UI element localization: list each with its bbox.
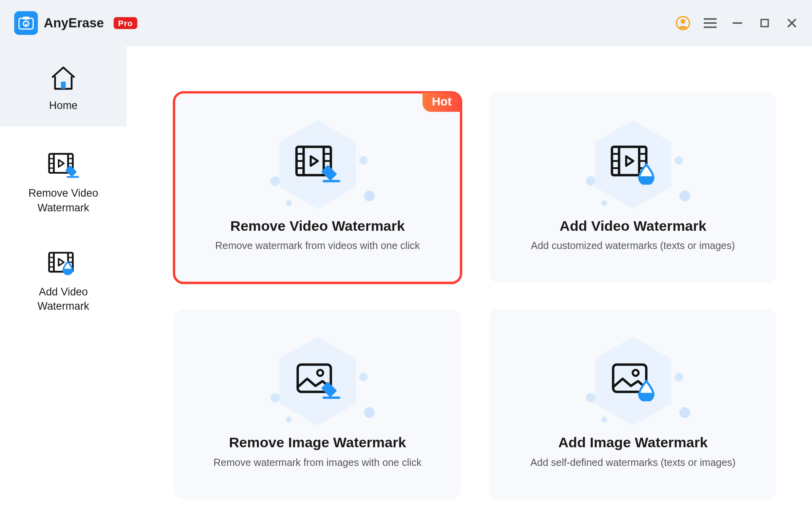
main-content: Hot	[126, 46, 812, 523]
card-title: Remove Image Watermark	[229, 435, 406, 451]
card-icon	[580, 123, 686, 206]
card-title: Add Image Watermark	[558, 435, 708, 451]
svg-point-4	[681, 19, 686, 24]
video-erase-icon	[294, 144, 341, 185]
app-logo-icon	[14, 11, 38, 35]
card-icon	[264, 123, 371, 206]
titlebar: AnyErase Pro	[0, 0, 812, 46]
maximize-icon[interactable]	[756, 15, 773, 31]
card-subtitle: Add customized watermarks (texts or imag…	[531, 240, 735, 252]
minimize-icon[interactable]	[729, 15, 746, 31]
card-add-image-watermark[interactable]: Add Image Watermark Add self-defined wat…	[489, 309, 776, 500]
card-title: Remove Video Watermark	[230, 218, 405, 234]
close-icon[interactable]	[783, 15, 800, 31]
sidebar-item-label: Remove Video Watermark	[29, 186, 98, 215]
svg-rect-22	[65, 165, 77, 177]
card-subtitle: Remove watermark from videos with one cl…	[215, 240, 420, 252]
sidebar-item-label: Home	[49, 98, 78, 113]
app-logo-group: AnyErase Pro	[14, 11, 138, 35]
sidebar-item-label: Add Video Watermark	[38, 285, 89, 314]
card-subtitle: Remove watermark from images with one cl…	[214, 457, 422, 469]
video-drop-icon	[47, 249, 79, 280]
hot-badge: Hot	[422, 92, 461, 112]
sidebar-item-home[interactable]: Home	[0, 46, 126, 126]
card-title: Add Video Watermark	[559, 218, 706, 234]
account-icon[interactable]	[675, 15, 691, 31]
svg-rect-1	[23, 17, 29, 19]
image-drop-icon	[609, 361, 657, 402]
sidebar-item-add-video-watermark[interactable]: Add Video Watermark	[0, 229, 126, 328]
video-drop-icon	[609, 144, 657, 185]
home-icon	[49, 63, 78, 94]
app-title: AnyErase	[44, 15, 104, 31]
card-remove-video-watermark[interactable]: Hot	[174, 92, 461, 283]
svg-rect-55	[321, 381, 337, 397]
sidebar: Home	[0, 46, 126, 523]
window-controls	[675, 15, 800, 31]
svg-point-54	[317, 370, 323, 376]
image-erase-icon	[294, 361, 341, 402]
menu-icon[interactable]	[702, 15, 718, 31]
card-icon	[264, 340, 371, 423]
svg-point-58	[632, 370, 638, 376]
card-icon	[580, 340, 686, 423]
video-erase-icon	[47, 151, 79, 182]
card-remove-image-watermark[interactable]: Remove Image Watermark Remove watermark …	[174, 309, 461, 500]
svg-rect-9	[761, 19, 768, 27]
sidebar-item-remove-video-watermark[interactable]: Remove Video Watermark	[0, 127, 126, 229]
svg-rect-12	[61, 82, 66, 89]
pro-badge: Pro	[113, 17, 138, 29]
card-add-video-watermark[interactable]: Add Video Watermark Add customized water…	[489, 92, 776, 283]
card-subtitle: Add self-defined watermarks (texts or im…	[530, 457, 736, 469]
